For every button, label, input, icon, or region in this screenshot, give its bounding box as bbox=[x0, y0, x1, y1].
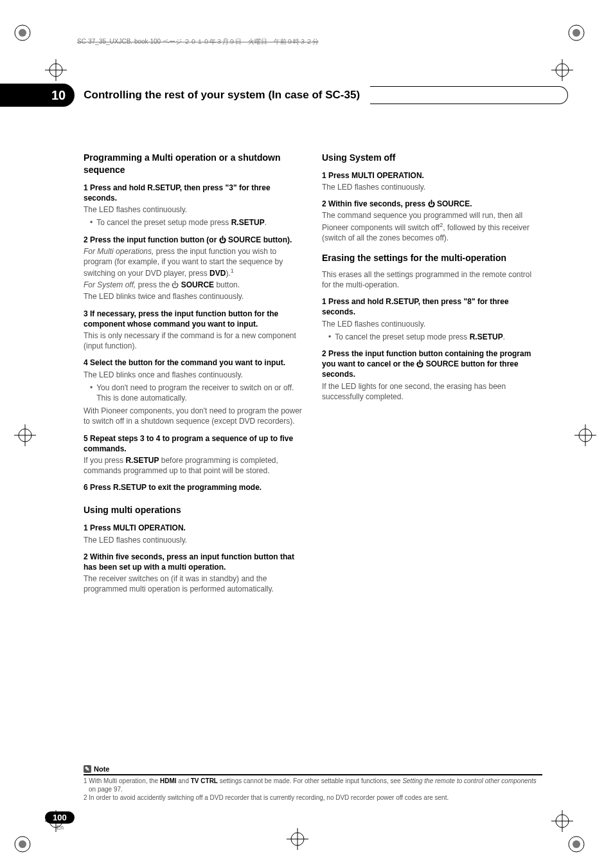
step-2-text-b: For System off, press the ⏻ SOURCE butto… bbox=[84, 280, 304, 290]
left-column: Programming a Multi operation or a shutd… bbox=[84, 148, 304, 594]
crop-mark-icon bbox=[14, 424, 36, 446]
crop-mark-icon bbox=[551, 59, 573, 81]
erase-step-2-head: 2 Press the input function button contai… bbox=[322, 348, 542, 380]
chapter-title: Controlling the rest of your system (In … bbox=[84, 89, 370, 102]
erase-step-2-text: If the LED lights for one second, the er… bbox=[322, 381, 542, 402]
footnote-1: 1 With Multi operation, the HDMI and TV … bbox=[84, 777, 542, 793]
power-icon: ⏻ bbox=[416, 360, 423, 368]
multi-step-2-text: The receiver switches on (if it was in s… bbox=[84, 574, 304, 594]
erase-intro: This erases all the settings programmed … bbox=[322, 269, 542, 290]
note-icon: ✎ bbox=[84, 765, 91, 773]
step-2-text-c: The LED blinks twice and flashes continu… bbox=[84, 291, 304, 302]
bullet-icon: • bbox=[90, 383, 93, 403]
step-5-text: If you press R.SETUP before programming … bbox=[84, 455, 304, 476]
multi-step-1-text: The LED flashes continuously. bbox=[84, 535, 304, 545]
registration-mark-icon bbox=[12, 22, 33, 44]
erase-step-1-head: 1 Press and hold R.SETUP, then press "8"… bbox=[322, 296, 542, 317]
registration-mark-icon bbox=[12, 833, 33, 855]
step-6-head: 6 Press R.SETUP to exit the programming … bbox=[84, 482, 304, 493]
power-icon: ⏻ bbox=[219, 236, 226, 244]
bullet-text: To cancel the preset setup mode press R.… bbox=[96, 217, 267, 228]
power-icon: ⏻ bbox=[172, 281, 179, 289]
multi-step-2-head: 2 Within five seconds, press an input fu… bbox=[84, 552, 304, 572]
page-language: En bbox=[57, 824, 64, 831]
bullet-icon: • bbox=[328, 332, 331, 342]
erase-step-1-text: The LED flashes continuously. bbox=[322, 319, 542, 329]
chapter-header: 10 Controlling the rest of your system (… bbox=[0, 84, 568, 107]
chapter-number-badge: 10 bbox=[0, 84, 75, 107]
chapter-rule bbox=[370, 86, 568, 104]
footnote-2: 2 In order to avoid accidently switching… bbox=[84, 793, 542, 802]
step-3-text: This is only necessary if the command is… bbox=[84, 330, 304, 351]
svg-point-1 bbox=[19, 29, 26, 37]
crop-mark-icon bbox=[551, 810, 573, 832]
sysoff-step-2-text: The command sequence you programmed will… bbox=[322, 210, 542, 243]
heading-programming: Programming a Multi operation or a shutd… bbox=[84, 152, 304, 176]
step-1-head: 1 Press and hold R.SETUP, then press "3"… bbox=[84, 183, 304, 203]
svg-point-5 bbox=[19, 840, 26, 848]
crop-mark-icon bbox=[287, 828, 308, 850]
step-3-head: 3 If necessary, press the input function… bbox=[84, 309, 304, 329]
sysoff-step-1-head: 1 Press MULTI OPERATION. bbox=[322, 170, 542, 181]
step-4-head: 4 Select the button for the command you … bbox=[84, 357, 304, 368]
bullet-text: To cancel the preset setup mode press R.… bbox=[335, 332, 505, 342]
sysoff-step-1-text: The LED flashes continuously. bbox=[322, 182, 542, 192]
note-rule bbox=[84, 774, 542, 775]
step-4-text: The LED blinks once and flashes continuo… bbox=[84, 370, 304, 380]
erase-step-1-bullet: • To cancel the preset setup mode press … bbox=[328, 332, 542, 342]
note-label-text: Note bbox=[94, 765, 109, 773]
note-label: ✎ Note bbox=[84, 765, 542, 773]
print-meta-text: SC-37_35_UXJCB. book 100 ページ ２０１０年３月９日 火… bbox=[77, 37, 319, 46]
chapter-number: 10 bbox=[51, 88, 66, 103]
right-column: Using System off 1 Press MULTI OPERATION… bbox=[322, 148, 542, 594]
bullet-text: You don't need to program the receiver t… bbox=[96, 383, 304, 403]
bullet-icon: • bbox=[90, 217, 93, 228]
note-section: ✎ Note 1 With Multi operation, the HDMI … bbox=[84, 765, 542, 802]
crop-mark-icon bbox=[574, 424, 596, 446]
heading-system-off: Using System off bbox=[322, 152, 542, 164]
power-icon: ⏻ bbox=[428, 200, 435, 208]
heading-using-multi: Using multi operations bbox=[84, 504, 304, 516]
step-4-bullet: • You don't need to program the receiver… bbox=[90, 383, 304, 403]
crop-mark-icon bbox=[45, 59, 67, 81]
step-2-head: 2 Press the input function button (or ⏻ … bbox=[84, 235, 304, 245]
page-number-badge: 100 bbox=[45, 811, 75, 824]
svg-point-3 bbox=[573, 29, 580, 37]
registration-mark-icon bbox=[565, 833, 587, 855]
step-5-head: 5 Repeat steps 3 to 4 to program a seque… bbox=[84, 433, 304, 454]
heading-erasing: Erasing the settings for the multi-opera… bbox=[322, 252, 542, 264]
step-1-text: The LED flashes continuously. bbox=[84, 204, 304, 215]
svg-point-7 bbox=[573, 840, 580, 848]
sysoff-step-2-head: 2 Within five seconds, press ⏻ SOURCE. bbox=[322, 199, 542, 209]
step-2-text-a: For Multi operations, press the input fu… bbox=[84, 246, 304, 279]
step-1-bullet: • To cancel the preset setup mode press … bbox=[90, 217, 304, 228]
multi-step-1-head: 1 Press MULTI OPERATION. bbox=[84, 523, 304, 533]
registration-mark-icon bbox=[565, 22, 587, 44]
step-4-text-2: With Pioneer components, you don't need … bbox=[84, 406, 304, 426]
